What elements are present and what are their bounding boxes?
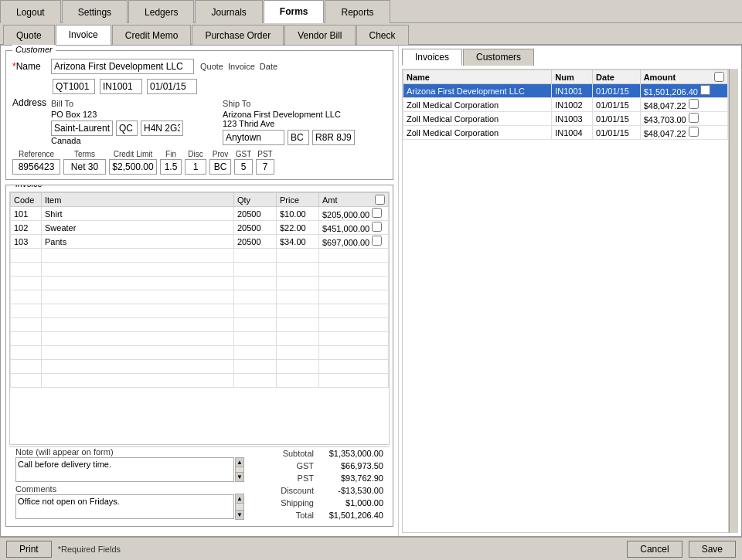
invoice-cell-item	[42, 318, 234, 332]
right-cell-date: 01/01/15	[593, 126, 641, 140]
right-table-container: Name Num Date Amount Arizona First Devel…	[402, 69, 729, 533]
invoice-row	[11, 277, 389, 290]
top-nav-tab-forms[interactable]: Forms	[264, 0, 325, 23]
gst-input[interactable]	[234, 159, 253, 175]
bill-city-input[interactable]	[51, 120, 113, 136]
date-input[interactable]	[147, 79, 197, 94]
top-nav-tab-reports[interactable]: Reports	[325, 0, 390, 23]
row-amount-checkbox[interactable]	[689, 113, 699, 123]
total-label: Subtotal	[247, 447, 317, 460]
print-button[interactable]: Print	[6, 541, 52, 558]
credit-limit-input[interactable]	[109, 159, 157, 175]
amt-checkbox[interactable]	[375, 195, 385, 205]
invoice-row	[11, 263, 389, 277]
row-amount-checkbox[interactable]	[700, 85, 710, 95]
sub-nav-tab-purchase-order[interactable]: Purchase Order	[192, 25, 284, 45]
right-tab-customers[interactable]: Customers	[463, 49, 534, 66]
right-cell-name: Zoll Medical Corporation	[403, 126, 552, 140]
disc-input[interactable]	[185, 159, 206, 175]
comments-scroll-down[interactable]: ▼	[236, 510, 243, 519]
invoice-cell-amt	[319, 318, 389, 332]
invoice-row: 103Pants20500$34.00$697,000.00	[11, 235, 389, 249]
right-table-row[interactable]: Arizona First Development LLCIN100101/01…	[403, 84, 728, 98]
invoice-label: Invoice	[228, 62, 255, 71]
row-checkbox[interactable]	[372, 236, 382, 246]
top-nav-tab-logout[interactable]: Logout	[0, 0, 61, 23]
reference-input[interactable]	[12, 159, 60, 175]
row-checkbox[interactable]	[372, 208, 382, 218]
right-cell-date: 01/01/15	[593, 112, 641, 126]
invoice-cell-code: 101	[11, 207, 42, 221]
bill-province-input[interactable]	[116, 120, 138, 136]
row-amount-checkbox[interactable]	[689, 127, 699, 137]
right-cell-date: 01/01/15	[593, 84, 641, 98]
comments-textarea[interactable]: Office not open on Fridays.	[15, 494, 234, 519]
ship-province-input[interactable]	[288, 130, 309, 145]
credit-limit-header: Credit Limit	[114, 150, 153, 158]
right-tab-invoices[interactable]: Invoices	[402, 49, 462, 66]
invoice-cell-price	[277, 346, 319, 360]
invoice-cell-amt: $205,000.00	[319, 207, 389, 221]
quote-num-input[interactable]	[53, 79, 95, 94]
right-panel: InvoicesCustomers Name Num Date Amount	[399, 46, 741, 536]
right-table-row[interactable]: Zoll Medical CorporationIN100301/01/15$4…	[403, 112, 728, 126]
ship-postal-input[interactable]	[312, 130, 355, 145]
sub-nav-tab-check[interactable]: Check	[356, 25, 409, 45]
pst-input[interactable]	[256, 159, 274, 175]
invoice-cell-amt	[319, 277, 389, 290]
right-cell-name: Arizona First Development LLC	[403, 84, 552, 98]
main-content: Customer *Name Quote Invoice Date	[0, 45, 742, 537]
invoice-row	[11, 304, 389, 318]
right-cell-num: IN1003	[552, 112, 593, 126]
top-nav-tab-ledgers[interactable]: Ledgers	[128, 0, 194, 23]
invoice-cell-item: Sweater	[42, 221, 234, 235]
invoice-cell-qty	[234, 263, 277, 277]
bill-postal-input[interactable]	[141, 120, 183, 136]
invoice-cell-code: 102	[11, 221, 42, 235]
row-amount-checkbox[interactable]	[689, 99, 699, 109]
invoice-cell-qty	[234, 374, 277, 388]
terms-input[interactable]	[63, 159, 106, 175]
prov-input[interactable]	[209, 159, 231, 175]
note-scroll-up[interactable]: ▲	[236, 458, 243, 467]
col-code: Code	[11, 193, 42, 207]
name-label: *Name	[12, 61, 51, 72]
right-table-row[interactable]: Zoll Medical CorporationIN100201/01/15$4…	[403, 98, 728, 112]
invoice-cell-code	[11, 332, 42, 346]
right-col-amount: Amount	[640, 70, 727, 84]
ship-city-input[interactable]	[223, 130, 284, 145]
note-textarea[interactable]: Call before delivery time.	[15, 457, 234, 482]
invoice-cell-price	[277, 318, 319, 332]
row-checkbox[interactable]	[372, 222, 382, 232]
totals-table: Subtotal$1,353,000.00GST$66,973.50PST$93…	[247, 447, 386, 521]
save-button[interactable]: Save	[689, 541, 736, 558]
right-table-row[interactable]: Zoll Medical CorporationIN100401/01/15$4…	[403, 126, 728, 140]
note-scroll-down[interactable]: ▼	[236, 472, 243, 481]
invoice-row: 102Sweater20500$22.00$451,000.00	[11, 221, 389, 235]
top-nav-tab-settings[interactable]: Settings	[62, 0, 128, 23]
invoice-cell-amt	[319, 263, 389, 277]
customer-name-input[interactable]	[51, 59, 194, 74]
invoice-cell-code: 103	[11, 235, 42, 249]
bill-country: Canada	[51, 136, 215, 145]
sub-nav-tab-invoice[interactable]: Invoice	[56, 25, 111, 45]
date-label: Date	[260, 62, 277, 71]
invoice-cell-price: $34.00	[277, 235, 319, 249]
right-scrollbar[interactable]	[729, 69, 738, 533]
sub-nav-tab-credit-memo[interactable]: Credit Memo	[112, 25, 192, 45]
invoice-cell-qty	[234, 360, 277, 374]
invoice-num-input[interactable]	[100, 79, 142, 94]
invoice-cell-code	[11, 318, 42, 332]
total-label: Discount	[247, 484, 317, 497]
top-nav-tab-journals[interactable]: Journals	[195, 0, 262, 23]
fin-input[interactable]	[160, 159, 182, 175]
sub-nav-tab-quote[interactable]: Quote	[3, 25, 55, 45]
invoice-cell-qty	[234, 249, 277, 263]
sub-nav-tab-vendor-bill[interactable]: Vendor Bill	[284, 25, 355, 45]
comments-scroll-up[interactable]: ▲	[236, 494, 243, 504]
invoice-row	[11, 346, 389, 360]
cancel-button[interactable]: Cancel	[627, 541, 682, 558]
invoice-cell-price	[277, 360, 319, 374]
amount-checkbox[interactable]	[714, 72, 724, 82]
disc-header: Disc	[188, 150, 203, 158]
